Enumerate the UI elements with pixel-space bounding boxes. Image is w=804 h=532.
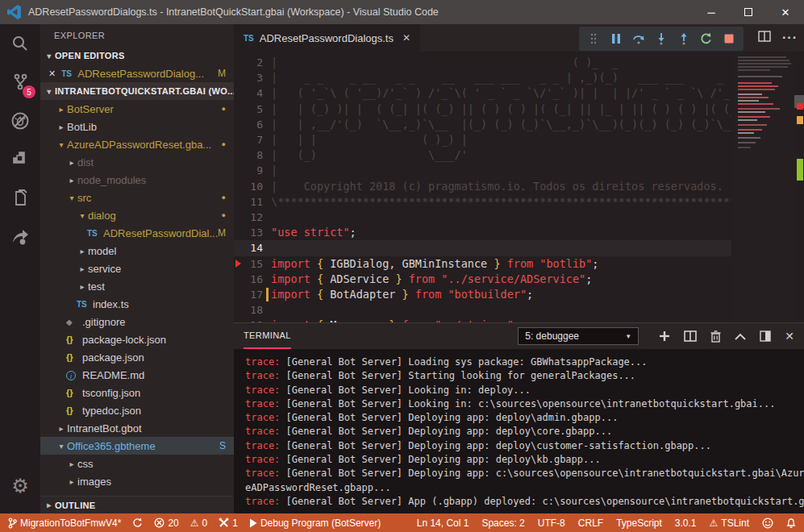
status-feedback[interactable] (762, 517, 773, 529)
tree-item[interactable]: {}package.json (40, 348, 234, 366)
status-errors[interactable]: 20 (154, 517, 178, 529)
tree-item[interactable]: ◆.gitignore (40, 313, 234, 330)
terminal-selector-dropdown[interactable]: 5: debuggee▼ (518, 327, 639, 345)
code-text: import { BotAdapter } from "botbuilder"; (271, 287, 731, 302)
new-terminal-icon[interactable] (659, 330, 670, 342)
git-status-badge: S (219, 440, 226, 451)
step-over-icon[interactable] (629, 29, 648, 48)
tree-item[interactable]: ▸IntranetBot.gbot (40, 419, 234, 437)
search-icon[interactable] (0, 24, 40, 63)
status-indentation[interactable]: Spaces: 2 (481, 517, 524, 529)
stop-icon[interactable] (719, 29, 739, 48)
status-eol[interactable]: CRLF (578, 517, 603, 529)
open-editors-header[interactable]: ▾ OPEN EDITORS (40, 47, 234, 64)
status-notifications[interactable] (786, 517, 796, 529)
documents-icon[interactable] (0, 179, 40, 218)
split-editor-icon[interactable] (758, 31, 771, 45)
tree-item[interactable]: ▾src● (40, 189, 234, 206)
step-into-icon[interactable] (652, 29, 671, 48)
status-tasks[interactable]: 1 (219, 517, 238, 529)
terminal-tab[interactable]: TERMINAL (244, 323, 291, 349)
maximize-panel-icon[interactable] (760, 330, 771, 342)
minimap[interactable] (733, 52, 794, 322)
tree-item[interactable]: {}typedoc.json (40, 401, 234, 419)
tree-item[interactable]: ▸BotLib (40, 118, 234, 135)
tree-item[interactable]: ▸test (40, 277, 234, 295)
minimap-line (738, 82, 772, 84)
tools-icon (219, 517, 229, 528)
workspace-section-header[interactable]: ▾ INTRANETBOTQUICKSTART.GBAI (WO... (40, 82, 234, 100)
tree-item-label: README.md (82, 369, 144, 381)
editor-tab-active[interactable]: TS ADResetPasswordDialogs.ts ✕ (234, 24, 420, 52)
minimap-line (738, 56, 786, 58)
code-editor[interactable]: 2| ( )_ _3| _ _ _ __ _ _ __ ___ ___ _ _ … (234, 52, 804, 322)
tree-item[interactable]: ▾dialog● (40, 206, 234, 224)
code-line: 4| ( '_`\ ( '__)/'_` ) /'_`\( ' _ ` _ `\… (234, 85, 731, 101)
tree-item[interactable]: TSADResetPasswordDial...M (40, 224, 234, 242)
tree-item[interactable]: ▸css (40, 455, 234, 472)
line-number: 11 (234, 194, 263, 210)
tree-item[interactable]: TSindex.ts (40, 295, 234, 313)
minimap-line (738, 97, 769, 98)
debug-icon[interactable] (0, 102, 40, 140)
tree-item[interactable]: ▸images (40, 472, 234, 490)
chevron-right-icon: ▸ (66, 176, 77, 185)
tree-item[interactable]: ▸model (40, 242, 234, 260)
status-warnings[interactable]: ⚠0 (190, 517, 207, 529)
open-editor-item[interactable]: ✕ TS ADResetPasswordDialog... M (40, 64, 234, 82)
status-cursor-position[interactable]: Ln 14, Col 1 (417, 517, 469, 529)
status-label: MigrationToBotFmwV4* (20, 517, 121, 529)
gutter-modified-indicator (266, 288, 269, 301)
overview-ruler[interactable] (794, 52, 804, 322)
chevron-down-icon: ▾ (56, 442, 67, 451)
status-label: CRLF (578, 517, 603, 529)
tree-item-label: typedoc.json (82, 405, 141, 417)
debug-arrow-marker (235, 260, 241, 268)
tree-item[interactable]: ▾Office365.gbthemeS (40, 437, 234, 455)
status-sync[interactable] (132, 517, 143, 528)
collapse-panel-icon[interactable] (735, 333, 746, 340)
tree-item[interactable]: iREADME.md (40, 366, 234, 384)
close-icon[interactable]: ✕ (48, 69, 56, 79)
more-actions-icon[interactable]: ··· (782, 31, 798, 45)
restart-icon[interactable] (697, 29, 716, 48)
status-language-mode[interactable]: TypeScript (616, 517, 662, 529)
tree-item[interactable]: {}package-lock.json (40, 330, 234, 348)
share-icon[interactable] (0, 218, 40, 256)
chevron-right-icon: ▸ (66, 459, 77, 468)
line-number: 5 (234, 102, 263, 117)
status-debug-launch[interactable]: Debug Program (BotServer) (249, 517, 381, 529)
status-ts-version[interactable]: 3.0.1 (675, 517, 697, 529)
tree-item[interactable]: ▾AzureADPasswordReset.gba...● (40, 135, 234, 153)
pause-icon[interactable] (606, 29, 626, 48)
extensions-icon[interactable] (0, 140, 40, 179)
split-terminal-icon[interactable] (684, 330, 697, 342)
tree-item[interactable]: ▸node_modules (40, 171, 234, 189)
status-tslint[interactable]: ⚠TSLint (710, 517, 749, 529)
code-line: 6| | ,__/'(_) `\__,_)`\__ |(_) (_) (_)`\… (234, 117, 731, 132)
maximize-button[interactable] (730, 0, 767, 24)
settings-gear-icon[interactable]: ⚙ (0, 467, 40, 505)
tree-item-label: IntranetBot.gbot (67, 422, 142, 434)
tree-item[interactable]: ▸dist (40, 153, 234, 171)
tab-close-icon[interactable]: ✕ (402, 32, 410, 44)
close-panel-icon[interactable]: ✕ (785, 330, 794, 343)
code-line: 18 (234, 302, 731, 318)
step-out-icon[interactable] (674, 29, 694, 48)
tree-item[interactable]: ▸service (40, 260, 234, 277)
status-encoding[interactable]: UTF-8 (538, 517, 565, 529)
outline-section-header[interactable]: ▸ OUTLINE (40, 496, 234, 513)
status-git-branch[interactable]: MigrationToBotFmwV4* (8, 517, 121, 529)
tree-item[interactable]: ▸BotServer● (40, 100, 234, 118)
source-control-icon[interactable]: 5 (0, 63, 40, 102)
kill-terminal-icon[interactable] (710, 330, 721, 343)
explorer-sidebar: EXPLORER ▾ OPEN EDITORS ✕ TS ADResetPass… (40, 24, 234, 513)
toolbar-grip-icon[interactable] (584, 29, 603, 48)
tree-item[interactable]: {}tsconfig.json (40, 384, 234, 401)
minimize-button[interactable]: ─ (693, 0, 730, 24)
git-modified-dot: ● (222, 211, 226, 219)
typescript-file-icon: TS (87, 229, 103, 238)
terminal-output[interactable]: trace: [General Bot Server] Loading sys … (234, 349, 804, 513)
code-line: 7| | | ( )_) | (234, 132, 731, 148)
close-button[interactable]: ✕ (767, 0, 804, 24)
